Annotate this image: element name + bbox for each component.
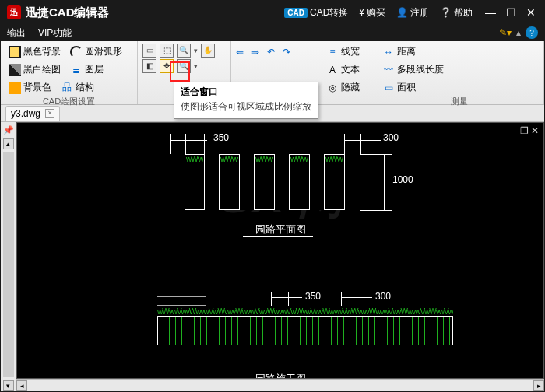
black-bg-icon xyxy=(9,46,21,58)
tool-icon-1[interactable]: ◧ xyxy=(142,59,156,73)
text-icon: A xyxy=(326,64,339,76)
smooth-arc-button[interactable]: 圆滑弧形 xyxy=(67,44,125,60)
zoom-window-icon[interactable]: ⬚ xyxy=(160,44,174,58)
dim-1000: 1000 xyxy=(392,174,413,185)
info-icon[interactable]: ▴ xyxy=(516,27,521,38)
user-icon: 👤 xyxy=(396,7,408,18)
app-logo-icon: 迅 xyxy=(7,5,21,19)
horizontal-scrollbar[interactable]: ◂ ▸ xyxy=(16,379,544,391)
vp-max-icon[interactable]: ❐ xyxy=(520,125,529,136)
help-label: 帮助 xyxy=(454,6,473,19)
ribbon-group-measure: ↔距离 〰多段线长度 ▭面积 测量 xyxy=(374,41,544,104)
black-bg-button[interactable]: 黑色背景 xyxy=(5,44,64,60)
fit-window-tooltip: 适合窗口 使图形适合可视区域成比例缩放 xyxy=(174,82,318,119)
rotate-right-icon[interactable]: ↷ xyxy=(283,47,290,58)
left-side-panel: 📌 ▴ ▾ xyxy=(1,122,16,391)
menu-bar: 输出 VIP功能 ✎▾ ▴ ? xyxy=(1,24,544,41)
ribbon-group-draw-settings: 黑色背景 圆滑弧形 黑白绘图 ≣图层 背景色 品结构 CAD绘图设置 xyxy=(1,41,138,104)
menubar-right-icons: ✎▾ ▴ ? xyxy=(499,26,538,39)
grass-hatch: wWvwVwvWwvwVwWvwvWwvwVwvWwvwVw xyxy=(186,156,203,208)
structure-label: 结构 xyxy=(76,81,94,94)
polyline-len-button[interactable]: 〰多段线长度 xyxy=(379,61,539,78)
help-circle-icon[interactable]: ? xyxy=(526,26,538,39)
pan-icon[interactable]: ✋ xyxy=(201,44,215,58)
smooth-arc-label: 圆滑弧形 xyxy=(85,45,122,58)
document-tab[interactable]: y3.dwg × xyxy=(5,106,60,121)
fill-icon xyxy=(9,82,21,94)
menu-vip[interactable]: VIP功能 xyxy=(38,26,72,40)
vp-min-icon[interactable]: — xyxy=(508,125,518,136)
bg-color-button[interactable]: 背景色 xyxy=(5,79,54,96)
ribbon-group-display: ≡线宽 A文本 ◎隐藏 xyxy=(318,41,374,104)
dim-350-2: 350 xyxy=(305,291,321,302)
layer-icon: ≣ xyxy=(70,64,83,76)
linewidth-label: 线宽 xyxy=(341,45,360,58)
vp-close-icon[interactable]: ✕ xyxy=(531,125,539,136)
viewport-controls: — ❐ ✕ xyxy=(508,125,539,136)
window-controls: — ☐ ✕ xyxy=(483,5,538,19)
tab-close-button[interactable]: × xyxy=(45,109,54,118)
hide-button[interactable]: ◎隐藏 xyxy=(323,79,369,96)
polyline-len-label: 多段线长度 xyxy=(397,63,444,76)
dim-300-1: 300 xyxy=(383,132,399,143)
tooltip-desc: 使图形适合可视区域成比例缩放 xyxy=(181,100,311,114)
zoom2-icon[interactable]: 🔍 xyxy=(177,59,191,73)
cad-badge-icon: CAD xyxy=(284,8,308,18)
bw-icon xyxy=(9,64,21,76)
side-scroll-track[interactable] xyxy=(3,152,14,377)
hscroll-right-button[interactable]: ▸ xyxy=(533,380,544,391)
spec-text: ―――――――――――――― xyxy=(157,292,227,310)
pencil-icon[interactable]: ✎▾ xyxy=(499,27,512,38)
forward-icon[interactable]: ⇒ xyxy=(251,47,259,58)
dim-350-1: 350 xyxy=(213,132,229,143)
layer-button[interactable]: ≣图层 xyxy=(67,61,107,78)
scroll-down-button[interactable]: ▾ xyxy=(3,380,14,391)
bg-color-label: 背景色 xyxy=(23,81,51,94)
black-bg-label: 黑色背景 xyxy=(23,45,61,58)
structure-button[interactable]: 品结构 xyxy=(58,79,97,96)
buy-button[interactable]: ¥ 购买 xyxy=(359,6,385,19)
polyline-icon: 〰 xyxy=(382,64,395,76)
text-button[interactable]: A文本 xyxy=(323,61,369,78)
title-bar: 迅 迅捷CAD编辑器 CAD CAD转换 ¥ 购买 👤 注册 ❔ 帮助 — ☐ … xyxy=(1,1,544,24)
distance-button[interactable]: ↔距离 xyxy=(379,44,539,60)
bw-draw-button[interactable]: 黑白绘图 xyxy=(5,61,64,78)
select-icon[interactable]: ▭ xyxy=(142,44,156,58)
pin-icon[interactable]: 📌 xyxy=(3,125,14,135)
structure-icon: 品 xyxy=(61,82,73,94)
register-button[interactable]: 👤 注册 xyxy=(396,6,429,19)
cad-convert-button[interactable]: CAD CAD转换 xyxy=(284,6,348,19)
drawing-canvas[interactable]: — ❐ ✕ GX 网 wWvwVwvWwvwVwWvwvWwvwVwvWwvwV… xyxy=(16,122,544,379)
area-button[interactable]: ▭面积 xyxy=(379,79,539,96)
linewidth-icon: ≡ xyxy=(326,46,339,58)
layer-label: 图层 xyxy=(85,63,104,76)
menu-output[interactable]: 输出 xyxy=(7,26,26,40)
help-icon: ❔ xyxy=(440,7,452,18)
zoom-icon[interactable]: 🔍 xyxy=(177,44,191,58)
fit-window-icon[interactable]: ✥ xyxy=(160,59,174,73)
minimize-button[interactable]: — xyxy=(483,5,498,19)
close-button[interactable]: ✕ xyxy=(524,5,538,19)
help-button[interactable]: ❔ 帮助 xyxy=(440,6,473,19)
title-menu: CAD CAD转换 ¥ 购买 👤 注册 ❔ 帮助 xyxy=(284,6,473,19)
zoom2-dropdown-icon[interactable]: ▾ xyxy=(194,62,198,70)
maximize-button[interactable]: ☐ xyxy=(504,5,518,19)
rotate-left-icon[interactable]: ↶ xyxy=(267,47,275,58)
back-icon[interactable]: ⇐ xyxy=(236,47,244,58)
cad-convert-label: CAD转换 xyxy=(310,6,348,19)
section-block xyxy=(157,316,453,345)
plan-title: 园路平面图 xyxy=(255,222,306,236)
grass-row: wWvwVwvWwvwVwWvwvWwvwVwvWwvwVwWvwVwvWwvw… xyxy=(157,308,453,316)
distance-icon: ↔ xyxy=(382,46,395,58)
text-label: 文本 xyxy=(341,63,360,76)
linewidth-button[interactable]: ≡线宽 xyxy=(323,44,369,60)
group-measure-label: 测量 xyxy=(379,96,539,109)
zoom-dropdown-icon[interactable]: ▾ xyxy=(194,47,198,54)
hscroll-left-button[interactable]: ◂ xyxy=(16,380,27,391)
area-icon: ▭ xyxy=(382,82,395,94)
scroll-up-button[interactable]: ▴ xyxy=(3,138,14,149)
register-label: 注册 xyxy=(410,6,429,19)
buy-label: 购买 xyxy=(367,6,385,19)
bw-draw-label: 黑白绘图 xyxy=(23,63,61,76)
construction-title: 园路施工图 xyxy=(255,372,306,379)
